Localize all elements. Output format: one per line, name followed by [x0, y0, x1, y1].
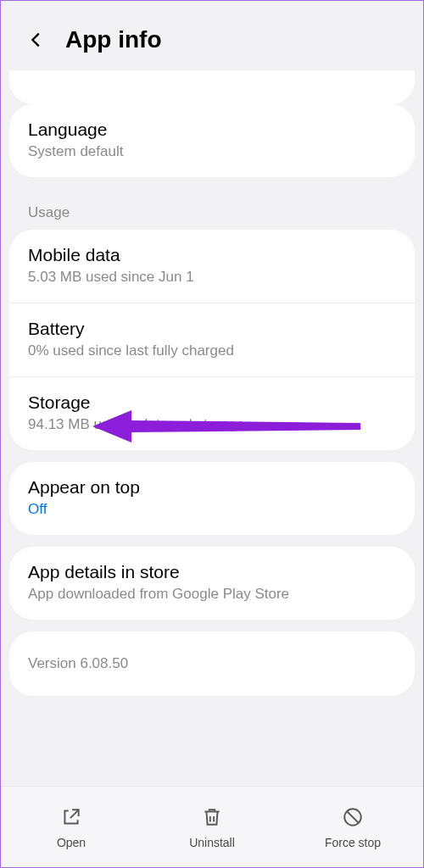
store-details-title: App details in store — [28, 562, 396, 582]
battery-value: 0% used since last fully charged — [28, 342, 396, 359]
previous-card-peek — [9, 70, 415, 104]
svg-line-2 — [348, 811, 359, 822]
language-card: Language System default — [9, 104, 415, 177]
store-details-card: App details in store App downloaded from… — [9, 547, 415, 620]
section-label-usage: Usage — [9, 189, 415, 230]
battery-title: Battery — [28, 319, 396, 339]
storage-item[interactable]: Storage 94.13 MB used in Internal storag… — [9, 376, 415, 450]
language-title: Language — [28, 120, 396, 140]
open-label: Open — [57, 836, 86, 849]
force-stop-icon — [341, 805, 365, 829]
open-button[interactable]: Open — [1, 805, 142, 849]
battery-item[interactable]: Battery 0% used since last fully charged — [9, 303, 415, 376]
mobile-data-item[interactable]: Mobile data 5.03 MB used since Jun 1 — [9, 230, 415, 303]
force-stop-label: Force stop — [325, 836, 381, 849]
uninstall-label: Uninstall — [189, 836, 235, 849]
storage-title: Storage — [28, 392, 396, 413]
appear-on-top-item[interactable]: Appear on top Off — [9, 462, 415, 535]
appear-on-top-card: Appear on top Off — [9, 462, 415, 535]
mobile-data-title: Mobile data — [28, 245, 396, 265]
language-item[interactable]: Language System default — [9, 104, 415, 177]
open-icon — [59, 805, 83, 829]
language-value: System default — [28, 143, 396, 160]
usage-card: Mobile data 5.03 MB used since Jun 1 Bat… — [9, 230, 415, 450]
back-icon[interactable] — [26, 30, 47, 50]
appear-on-top-title: Appear on top — [28, 477, 396, 498]
mobile-data-value: 5.03 MB used since Jun 1 — [28, 269, 396, 286]
page-title: App info — [65, 26, 162, 53]
store-details-value: App downloaded from Google Play Store — [28, 586, 396, 603]
force-stop-button[interactable]: Force stop — [282, 805, 423, 849]
content: Language System default Usage Mobile dat… — [1, 70, 423, 696]
uninstall-button[interactable]: Uninstall — [142, 805, 282, 849]
appear-on-top-value: Off — [28, 501, 396, 518]
version-text: Version 6.08.50 — [9, 632, 415, 696]
trash-icon — [200, 805, 224, 829]
bottom-bar: Open Uninstall Force stop — [1, 786, 423, 867]
store-details-item[interactable]: App details in store App downloaded from… — [9, 547, 415, 620]
storage-value: 94.13 MB used in Internal storage — [28, 416, 396, 433]
version-card: Version 6.08.50 — [9, 632, 415, 696]
header: App info — [1, 1, 423, 70]
